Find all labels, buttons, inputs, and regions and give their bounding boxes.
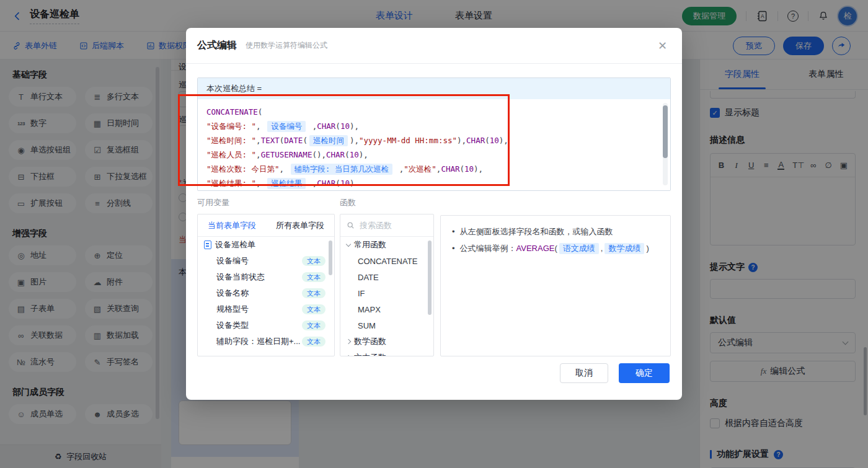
variable-root-label: 设备巡检单 [215,239,255,250]
formula-line: "巡检次数: 今日第", 辅助字段: 当日第几次巡检 ,"次巡检",CHAR(1… [206,162,655,176]
formula-token: , [280,164,289,174]
tip-prefix: 公式编辑举例： [460,244,516,253]
variable-name: 设备当前状态 [216,272,265,283]
variable-item[interactable]: 规格型号文本 [198,301,334,317]
functions-scrollbar[interactable] [428,241,432,315]
formula-token: ) [646,244,649,253]
function-group[interactable]: 数学函数 [340,333,433,350]
function-group[interactable]: 文本函数 [340,350,433,356]
formula-token: , [256,121,265,131]
close-icon[interactable]: ✕ [658,39,667,53]
field-chip[interactable]: 巡检时间 [309,135,348,146]
chevron-right-icon [346,355,351,356]
formula-editor[interactable]: 本次巡检总结 = CONCATENATE("设备编号: ", 设备编号 ,CHA… [197,77,671,191]
variable-tree-root[interactable]: 设备巡检单 [198,237,334,253]
variable-name: 辅助字段：巡检日期+... [216,336,300,347]
modal-title: 公式编辑 [197,39,237,52]
formula-token: 10 [340,179,350,188]
variable-name: 设备编号 [216,255,249,267]
cancel-button[interactable]: 取消 [560,363,608,383]
formula-token: 10 [340,121,350,131]
variables-scrollbar[interactable] [329,241,332,275]
variable-item[interactable]: 设备当前状态文本 [198,269,334,285]
function-item[interactable]: DATE [340,269,433,285]
formula-token: CHAR [317,121,335,131]
formula-token: 10 [464,164,474,174]
editor-scrollbar-thumb[interactable] [663,105,668,158]
variable-item[interactable]: 设备编号文本 [198,253,334,269]
field-type-badge: 文本 [302,337,326,347]
function-item[interactable]: IF [340,285,433,301]
field-chip: 数学成绩 [604,243,644,254]
function-item[interactable]: SUM [340,317,433,333]
chevron-down-icon [346,241,351,246]
function-search-input[interactable]: 搜索函数 [340,214,433,237]
function-item[interactable]: MAPX [340,301,433,317]
field-type-badge: 文本 [302,320,326,330]
formula-token: (), [312,150,326,159]
formula-token: ), [499,136,508,145]
formula-token: DATE [284,136,303,145]
search-placeholder: 搜索函数 [360,220,392,231]
formula-token: TEXT [261,136,280,145]
formula-token: , [601,244,603,253]
formula-line: "巡检结果: ", 巡检结果 ,CHAR(10) [206,176,655,190]
formula-token: ) [350,179,355,188]
variables-label: 可用变量 [197,197,229,208]
variable-name: 设备类型 [216,320,249,331]
formula-token: 10 [490,136,499,145]
variable-name: 设备名称 [216,288,249,299]
function-group-label: 常用函数 [354,239,386,250]
formula-token: CHAR [326,150,345,159]
confirm-button[interactable]: 确定 [619,363,670,383]
formula-token: ( [485,136,490,145]
field-chip: 语文成绩 [559,243,599,254]
formula-token: CHAR [466,136,485,145]
formula-token: , [256,136,261,145]
tab-current-form-fields[interactable]: 当前表单字段 [198,214,266,236]
tip-text: 从左侧面板选择字段名和函数，或输入函数 [460,225,613,239]
function-group[interactable]: 常用函数 [340,237,433,253]
field-chip[interactable]: 辅助字段: 当日第几次巡检 [291,164,393,175]
formula-token: , [308,179,317,188]
formula-token: "yyyy-MM-dd HH:mm:ss" [359,136,457,145]
tip-function: AVERAGE [516,244,555,253]
formula-line: "巡检人员: ",GETUSERNAME(),CHAR(10), [206,148,655,162]
formula-token: 10 [350,150,359,159]
formula-token: ( [258,107,263,117]
formula-token: "设备编号: " [206,121,256,131]
variable-item[interactable]: 设备类型文本 [198,317,334,333]
formula-code-area[interactable]: CONCATENATE("设备编号: ", 设备编号 ,CHAR(10),"巡检… [198,99,670,191]
field-chip[interactable]: 设备编号 [267,121,306,132]
chevron-right-icon [346,339,351,344]
function-item[interactable]: CONCATENATE [340,253,433,269]
formula-token: ( [345,150,350,159]
formula-token: , [308,121,317,131]
formula-token: ), [350,136,359,145]
formula-tips: •从左侧面板选择字段名和函数，或输入函数 •公式编辑举例：AVERAGE(语文成… [440,215,671,356]
field-chip[interactable]: 巡检结果 [267,178,306,189]
variable-item[interactable]: 设备名称文本 [198,285,334,301]
formula-line: "巡检时间: ",TEXT(DATE(巡检时间),"yyyy-MM-dd HH:… [206,133,655,148]
formula-token: , [256,150,261,159]
formula-line: CONCATENATE( [206,105,655,119]
field-type-badge: 文本 [302,288,326,298]
formula-token: ), [359,150,368,159]
field-type-badge: 文本 [302,256,326,266]
formula-token: "巡检结果: " [206,179,256,188]
formula-token: ( [335,121,340,131]
formula-token: "巡检次数: 今日第" [206,164,280,174]
formula-token: ), [350,121,359,131]
formula-token: ( [335,179,340,188]
variable-item[interactable]: 辅助字段：巡检日期+...文本 [198,333,334,350]
formula-token: , [394,164,404,174]
field-type-badge: 文本 [302,272,326,282]
formula-token: ), [474,164,483,174]
formula-token: , [256,179,265,188]
formula-token: ( [554,244,557,253]
formula-line: "设备编号: ", 设备编号 ,CHAR(10), [206,119,655,133]
tab-all-form-fields[interactable]: 所有表单字段 [266,214,334,236]
formula-token: ( [460,164,465,174]
formula-token: CHAR [317,179,335,188]
field-type-badge: 文本 [302,304,326,314]
